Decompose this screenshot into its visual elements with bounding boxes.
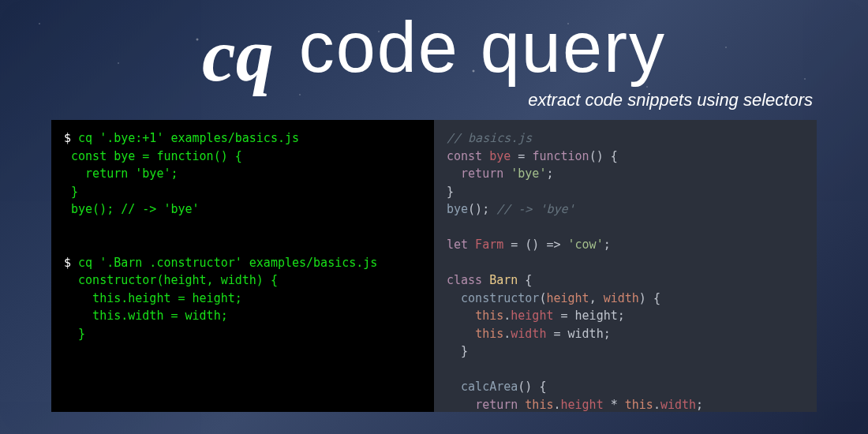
code-token: this [625, 398, 653, 412]
code-token: height [575, 309, 618, 323]
prompt: $ [64, 131, 78, 145]
output-line: bye(); // -> 'bye' [64, 202, 200, 216]
code-token: () { [589, 149, 618, 163]
code-token: ; [546, 166, 553, 181]
logo: cq [202, 17, 274, 93]
code-token: ; [696, 398, 703, 412]
code-token: (); [468, 202, 496, 216]
code-token: height [546, 291, 589, 305]
code-token: return [461, 166, 511, 181]
output-line: const bye = function() { [64, 149, 242, 163]
code-token: ; [618, 309, 625, 323]
code-token: 'bye' [511, 166, 546, 181]
code-token: width [568, 327, 604, 341]
code-token: ; [604, 238, 611, 252]
code-token: = [518, 149, 532, 163]
code-token: = [546, 327, 567, 341]
product-title: code query [299, 12, 666, 83]
code-token: . [653, 398, 660, 412]
code-token [447, 166, 461, 181]
code-token: // -> 'bye' [496, 202, 574, 216]
header: cq code query [0, 0, 868, 85]
code-token: calcArea [461, 380, 518, 394]
code-token: , [589, 291, 604, 305]
code-token: } [447, 185, 454, 199]
code-token: Farm [468, 238, 511, 252]
code-token: } [447, 344, 468, 358]
code-token [447, 309, 475, 323]
code-token [447, 380, 461, 394]
code-token: . [503, 309, 511, 323]
panels: $ cq '.bye:+1' examples/basics.js const … [0, 120, 868, 412]
code-token: height [561, 398, 604, 412]
code-token: 'cow' [568, 238, 604, 252]
code-token: this [525, 398, 553, 412]
code-token: bye [482, 149, 518, 163]
code-token: = () => [511, 238, 567, 252]
code-token: . [553, 398, 560, 412]
prompt: $ [64, 256, 78, 270]
code-token: function [532, 149, 589, 163]
code-token: class [447, 273, 489, 287]
output-line: return 'bye'; [64, 166, 178, 181]
code-token: bye [447, 202, 468, 216]
code-token: () { [518, 380, 546, 394]
code-token: width [511, 327, 546, 341]
editor-panel: // basics.js const bye = function() { re… [434, 120, 817, 412]
code-token: this [475, 309, 503, 323]
code-token: { [525, 273, 532, 287]
output-line: constructor(height, width) { [64, 273, 278, 287]
output-line: this.height = height; [64, 291, 242, 305]
code-token: return [475, 398, 525, 412]
code-token: = [553, 309, 574, 323]
output-line: } [64, 327, 85, 341]
code-token: width [660, 398, 696, 412]
code-token: ) { [639, 291, 660, 305]
code-token: constructor [461, 291, 539, 305]
command-1: cq '.bye:+1' examples/basics.js [78, 131, 299, 145]
code-token [447, 398, 475, 412]
code-comment: // basics.js [447, 131, 532, 145]
code-token: this [475, 327, 503, 341]
code-token: * [604, 398, 625, 412]
code-token: Barn [489, 273, 525, 287]
command-2: cq '.Barn .constructor' examples/basics.… [78, 256, 377, 270]
code-token: height [511, 309, 553, 323]
subtitle: extract code snippets using selectors [0, 90, 868, 110]
code-token [447, 291, 461, 305]
output-line: } [64, 185, 78, 199]
code-token [447, 327, 475, 341]
code-token: . [503, 327, 511, 341]
terminal-panel: $ cq '.bye:+1' examples/basics.js const … [51, 120, 434, 412]
code-token: width [604, 291, 639, 305]
code-token: let [447, 238, 468, 252]
output-line: this.width = width; [64, 309, 228, 323]
code-token: const [447, 149, 482, 163]
code-token: ; [604, 327, 611, 341]
